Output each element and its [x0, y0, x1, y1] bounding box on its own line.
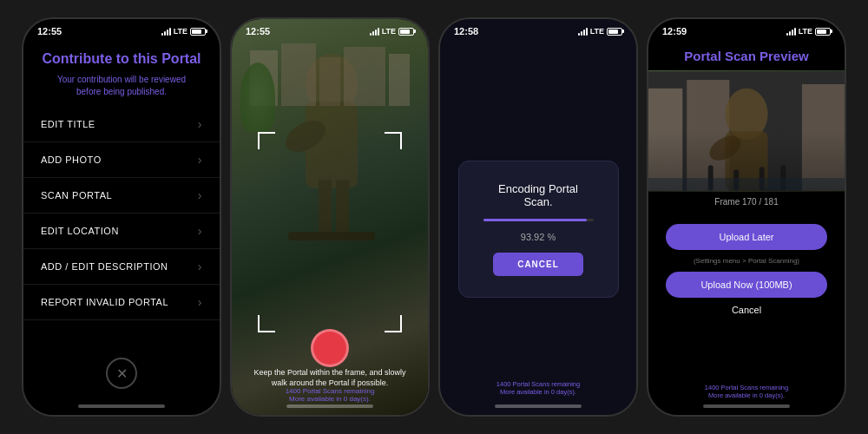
signal-icon-3 — [578, 27, 588, 36]
lte-label-2: LTE — [382, 27, 396, 36]
menu-report-invalid[interactable]: REPORT INVALID PORTAL › — [23, 285, 220, 320]
home-indicator-1 — [78, 404, 165, 408]
phone1-title: Contribute to this Portal — [23, 43, 220, 72]
home-indicator-3 — [495, 404, 582, 408]
menu-add-description[interactable]: ADD / EDIT DESCRIPTION › — [23, 249, 220, 285]
menu-edit-title-label: EDIT TITLE — [41, 119, 95, 129]
status-icons-1: LTE — [161, 27, 206, 36]
menu-scan-portal[interactable]: SCAN PORTAL › — [23, 178, 220, 214]
phone-2: 12:55 LTE Keep the Portal wi — [230, 17, 430, 417]
progress-bar-fill — [483, 219, 587, 221]
menu-edit-location-label: EDIT LOCATION — [41, 226, 119, 236]
chevron-icon-2: › — [198, 188, 202, 202]
svg-rect-9 — [344, 47, 385, 106]
phone-1: 12:55 LTE Contribute to this Portal Your… — [22, 17, 221, 417]
phone3-content: Encoding Portal Scan. 93.92 % CANCEL — [440, 19, 636, 415]
menu-add-photo[interactable]: ADD PHOTO › — [23, 142, 220, 178]
menu-add-description-label: ADD / EDIT DESCRIPTION — [41, 261, 168, 272]
menu-report-invalid-label: REPORT INVALID PORTAL — [41, 297, 168, 307]
more-available-2: More available in 0 day(s). — [289, 395, 371, 403]
more-available-4: More available in 0 day(s). — [708, 391, 785, 399]
encoding-percent: 93.92 % — [521, 232, 556, 242]
status-bar-1: 12:55 LTE — [23, 19, 220, 40]
chevron-icon-4: › — [198, 260, 202, 273]
phone-4: 12:59 LTE Portal Scan Preview — [647, 17, 846, 417]
menu-edit-location[interactable]: EDIT LOCATION › — [23, 214, 220, 249]
battery-icon-3 — [607, 28, 622, 36]
status-bar-2: 12:55 LTE — [232, 19, 428, 40]
frame-counter: Frame 170 / 181 — [648, 192, 845, 212]
camera-instruction-text: Keep the Portal within the frame, and sl… — [232, 367, 428, 389]
close-icon: ✕ — [116, 365, 128, 382]
portal-scans-remaining-2: 1400 Portal Scans remaining — [286, 387, 375, 395]
camera-footer-text: 1400 Portal Scans remaining More availab… — [232, 387, 428, 403]
lte-label-1: LTE — [174, 27, 187, 36]
scan-corner-tl — [258, 132, 275, 149]
lte-label-4: LTE — [799, 27, 812, 36]
preview-title: Portal Scan Preview — [648, 43, 845, 70]
phones-container: 12:55 LTE Contribute to this Portal Your… — [13, 0, 855, 434]
chevron-icon-3: › — [198, 224, 202, 238]
time-2: 12:55 — [246, 26, 270, 36]
preview-image — [648, 70, 845, 192]
battery-icon-4 — [815, 28, 831, 36]
chevron-icon-0: › — [198, 117, 202, 131]
time-4: 12:59 — [662, 26, 687, 36]
lte-label-3: LTE — [590, 27, 604, 36]
svg-rect-4 — [336, 180, 349, 232]
phone-3: 12:58 LTE Encoding Portal Scan. — [438, 17, 638, 417]
record-button[interactable] — [311, 329, 349, 367]
svg-rect-8 — [319, 57, 340, 106]
status-bar-4: 12:59 LTE — [648, 19, 845, 40]
upload-now-button[interactable]: Upload Now (100MB) — [666, 272, 827, 298]
close-button[interactable]: ✕ — [106, 358, 137, 389]
preview-buttons: Upload Later (Settings menu > Portal Sca… — [648, 224, 845, 315]
home-indicator-4 — [703, 404, 790, 408]
status-icons-4: LTE — [786, 27, 831, 36]
preview-footer: 1400 Portal Scans remaining More availab… — [648, 384, 845, 399]
signal-icon-2 — [370, 27, 379, 36]
menu-edit-title[interactable]: EDIT TITLE › — [23, 107, 220, 142]
scan-corner-bl — [258, 315, 275, 332]
phone4-content: Portal Scan Preview — [648, 19, 845, 415]
time-3: 12:58 — [454, 26, 478, 36]
phone1-content: Contribute to this Portal Your contribut… — [23, 19, 220, 415]
encoding-card: Encoding Portal Scan. 93.92 % CANCEL — [458, 161, 619, 298]
preview-image-overlay — [648, 70, 845, 192]
portal-scans-remaining-3: 1400 Portal Scans remaining — [496, 380, 580, 388]
menu-list: EDIT TITLE › ADD PHOTO › SCAN PORTAL › E… — [23, 107, 220, 320]
home-indicator-2 — [286, 404, 373, 408]
svg-rect-5 — [288, 232, 375, 240]
upload-settings-note: (Settings menu > Portal Scanning) — [694, 257, 799, 265]
menu-scan-portal-label: SCAN PORTAL — [41, 190, 112, 201]
chevron-icon-5: › — [198, 295, 202, 309]
progress-bar-container — [483, 219, 594, 221]
scan-corner-br — [385, 315, 402, 332]
svg-rect-3 — [319, 180, 332, 232]
battery-icon-2 — [398, 28, 414, 36]
svg-rect-10 — [389, 54, 410, 106]
svg-rect-7 — [281, 43, 316, 106]
more-available-3: More available in 0 day(s). — [500, 388, 576, 396]
status-icons-2: LTE — [370, 27, 414, 36]
tree-left — [240, 62, 275, 132]
chevron-icon-1: › — [198, 153, 202, 167]
signal-icon-1 — [161, 27, 171, 36]
phone3-footer: 1400 Portal Scans remaining More availab… — [440, 380, 636, 396]
signal-icon-4 — [786, 27, 796, 36]
upload-later-button[interactable]: Upload Later — [666, 224, 827, 250]
phone1-subtitle: Your contribution will be reviewed befor… — [23, 72, 220, 107]
menu-add-photo-label: ADD PHOTO — [41, 155, 102, 165]
scan-corner-tr — [385, 132, 402, 149]
record-inner — [322, 340, 338, 356]
battery-icon-1 — [190, 28, 206, 36]
time-1: 12:55 — [37, 26, 62, 36]
status-bar-3: 12:58 LTE — [440, 19, 636, 40]
status-icons-3: LTE — [578, 27, 622, 36]
preview-cancel-button[interactable]: Cancel — [732, 305, 761, 315]
encoding-cancel-button[interactable]: CANCEL — [493, 253, 583, 276]
portal-scans-remaining-4: 1400 Portal Scans remaining — [705, 384, 788, 391]
encoding-title: Encoding Portal Scan. — [483, 182, 594, 208]
